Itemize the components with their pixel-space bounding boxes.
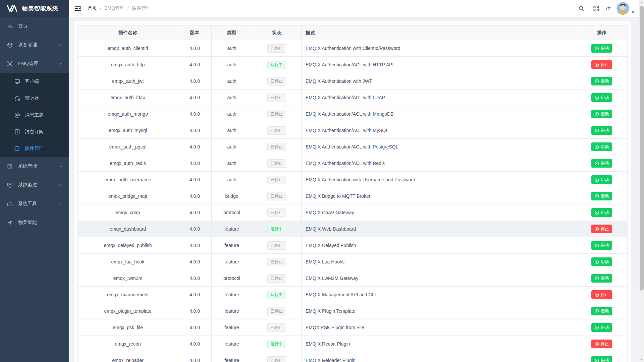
version-cell: 4.0.0 (178, 106, 212, 122)
status-badge: 已停止 (267, 126, 286, 135)
action-cell: 启动 (576, 155, 628, 172)
description-cell: EMQ X Authentication with ClientId/Passw… (302, 40, 576, 57)
table-row: emqx_psk_file4.0.0feature已停止EMQX PSK Plu… (78, 319, 628, 336)
status-badge: 运行中 (267, 291, 286, 299)
start-button[interactable]: 启动 (591, 77, 612, 85)
action-button-label: 启动 (601, 161, 609, 166)
sidebar-item-label: 首页 (18, 23, 69, 29)
play-icon (595, 276, 599, 281)
table-row: emqx_auth_http4.0.0auth运行中EMQ X Authenti… (78, 57, 628, 73)
column-header: 描述 (302, 25, 576, 40)
start-button[interactable]: 启动 (591, 110, 612, 118)
table-row: emqx_auth_mongo4.0.0auth已停止EMQ X Authent… (78, 106, 628, 122)
version-cell: 4.0.0 (178, 122, 212, 139)
monitor-icon (7, 182, 13, 188)
app-logo[interactable]: 物美智能系统 (0, 0, 69, 17)
version-cell: 4.0.0 (178, 352, 212, 362)
status-cell: 运行中 (252, 57, 302, 73)
stop-button[interactable]: 停止 (591, 340, 612, 348)
stop-icon (595, 342, 599, 346)
status-cell: 已停止 (252, 139, 302, 155)
description-cell: EMQ X Authentication/ACL with LDAP (302, 89, 576, 106)
start-button[interactable]: 启动 (591, 44, 612, 53)
start-button[interactable]: 启动 (591, 307, 612, 315)
start-button[interactable]: 启动 (591, 241, 612, 250)
sidebar-item-subscriptions[interactable]: 消息订阅 (0, 123, 69, 140)
action-cell: 启动 (576, 122, 628, 139)
start-button[interactable]: 启动 (591, 208, 612, 217)
client-icon (14, 78, 20, 85)
description-cell: EMQ X Authentication/ACL with MongoDB (302, 106, 576, 122)
scroll-up-icon[interactable]: ▲ (639, 0, 644, 5)
description-cell: EMQ X Recon Plugin (302, 336, 576, 352)
description-cell: EMQ X Authentication/ACL with PostgreSQL (302, 139, 576, 155)
sidebar-item-system-monitor[interactable]: 系统监控 (0, 176, 69, 194)
stop-icon (595, 63, 599, 67)
sidebar-item-home[interactable]: 首页 (0, 17, 69, 36)
action-button-label: 启动 (601, 78, 609, 84)
sidebar-item-system-management[interactable]: 系统管理 (0, 157, 69, 176)
stop-button[interactable]: 停止 (591, 60, 612, 69)
scrollbar-thumb[interactable] (640, 6, 644, 291)
plugin-name-cell: emqx_coap (78, 204, 178, 221)
description-cell: EMQ X Management API and CLI (302, 287, 576, 303)
sidebar-item-device-management[interactable]: 设备管理 (0, 36, 69, 54)
status-badge: 运行中 (267, 340, 286, 348)
status-badge: 已停止 (267, 77, 286, 85)
start-button[interactable]: 启动 (591, 175, 612, 184)
subscription-icon (14, 129, 20, 135)
start-button[interactable]: 启动 (591, 142, 612, 151)
description-cell: EMQ X Delayed Publish (302, 237, 576, 254)
stop-button[interactable]: 停止 (591, 290, 612, 299)
status-badge: 已停止 (267, 356, 286, 362)
scroll-down-icon[interactable]: ▼ (639, 357, 644, 362)
start-button[interactable]: 启动 (591, 159, 612, 168)
avatar[interactable] (616, 2, 629, 15)
user-menu[interactable]: ▼ (616, 2, 635, 15)
plugin-name-cell: emqx_auth_mysql (78, 122, 178, 139)
status-badge: 已停止 (267, 307, 286, 315)
vertical-scrollbar[interactable]: ▲ ▼ (639, 0, 644, 362)
start-button[interactable]: 启动 (591, 126, 612, 135)
sidebar-item-listeners[interactable]: 监听器 (0, 90, 69, 107)
description-cell: EMQ X CoAP Gateway (302, 204, 576, 221)
description-cell: EMQ X Bridge to MQTT Broker (302, 188, 576, 204)
sidebar-item-wumei-smart[interactable]: 物美智能 (0, 213, 69, 232)
devices-icon (7, 42, 13, 48)
status-badge: 已停止 (267, 44, 286, 53)
start-button[interactable]: 启动 (591, 323, 612, 332)
sidebar-item-emq-management[interactable]: EMQ管理 (0, 54, 69, 73)
table-row: emqx_dashboard4.0.0feature运行中EMQ X Web D… (78, 221, 628, 237)
start-button[interactable]: 启动 (591, 93, 612, 102)
plugin-name-cell: emqx_lua_hook (78, 254, 178, 270)
chevron-down-icon: ▼ (631, 10, 635, 15)
start-button[interactable]: 启动 (591, 356, 612, 362)
action-button-label: 启动 (601, 325, 609, 330)
play-icon (595, 325, 599, 330)
play-icon (595, 194, 599, 198)
fullscreen-button[interactable] (590, 3, 602, 14)
sidebar-item-clients[interactable]: 客户端 (0, 73, 69, 90)
version-cell: 4.0.0 (178, 155, 212, 172)
plugin-name-cell: emqx_auth_http (78, 57, 178, 73)
start-button[interactable]: 启动 (591, 192, 612, 200)
play-icon (595, 112, 599, 116)
font-size-button[interactable]: TT (605, 6, 610, 11)
sidebar-item-system-tools[interactable]: 系统工具 (0, 194, 69, 213)
play-icon (595, 243, 599, 248)
topbar-actions: TT ▼ (576, 2, 635, 15)
start-button[interactable]: 启动 (591, 274, 612, 283)
search-button[interactable] (576, 3, 587, 14)
sidebar-item-plugins[interactable]: 插件管理 (0, 140, 69, 157)
stop-icon (595, 227, 599, 231)
stop-icon (595, 293, 599, 297)
description-cell: EMQX PSK Plugin from File (302, 319, 576, 336)
sidebar-item-topics[interactable]: 消息主题 (0, 107, 69, 123)
type-cell: feature (212, 352, 252, 362)
chevron-down-icon (59, 202, 63, 206)
collapse-sidebar-icon[interactable] (74, 5, 82, 12)
breadcrumb-item[interactable]: 首页 (88, 5, 97, 11)
stop-button[interactable]: 停止 (591, 225, 612, 233)
start-button[interactable]: 启动 (591, 257, 612, 266)
action-cell: 启动 (576, 270, 628, 287)
